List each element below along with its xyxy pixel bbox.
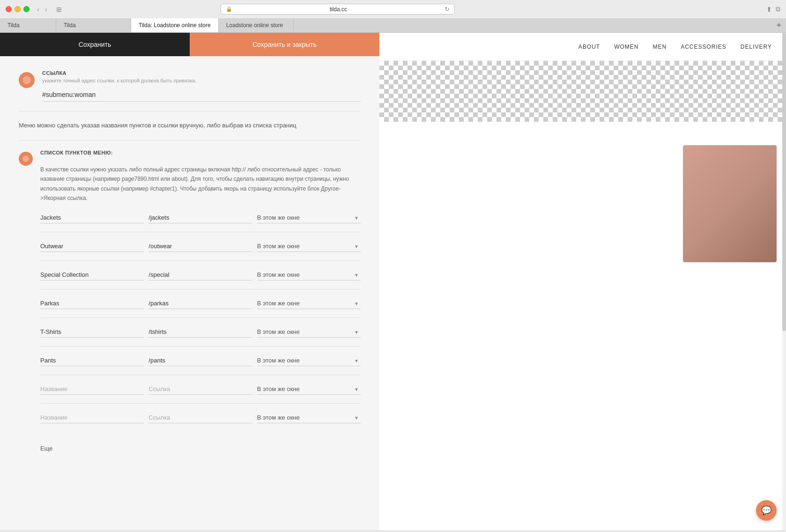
menu-name-input[interactable] — [40, 326, 144, 338]
traffic-lights — [6, 6, 30, 12]
add-tab-button[interactable]: + — [771, 18, 786, 32]
chat-button[interactable]: 💬 — [756, 500, 777, 521]
nav-item-accessories[interactable]: ACCESSORIES — [681, 44, 727, 50]
menu-link-input[interactable] — [148, 241, 252, 252]
browser-actions: ⬆ ⧉ — [766, 5, 780, 13]
fullscreen-traffic-light[interactable] — [23, 6, 30, 12]
tab-loadstone-editor[interactable]: Tilda: Loadstone online store — [131, 18, 219, 32]
nav-item-about[interactable]: ABOUT — [578, 44, 600, 50]
menu-target-select[interactable]: В этом же окне В новом окне — [257, 212, 361, 223]
lock-icon: 🔒 — [226, 6, 232, 12]
divider-2 — [19, 140, 361, 140]
tab-loadstone-store[interactable]: Loadstone online store — [219, 18, 294, 32]
nav-item-women[interactable]: WOMEN — [614, 44, 638, 50]
menu-name-input[interactable] — [40, 355, 144, 366]
menu-list-content: СПИСОК ПУНКТОВ МЕНЮ: В качестве ссылки н… — [40, 150, 361, 453]
more-button[interactable]: Еще — [40, 445, 52, 452]
menu-target-wrapper: В этом же окне В новом окне ▼ — [257, 384, 361, 395]
menu-row: В этом же окне В новом окне ▼ — [40, 298, 361, 318]
menu-name-input[interactable] — [40, 384, 144, 395]
preview-product-image — [683, 145, 777, 262]
tab-tilda-1[interactable]: Tilda — [0, 18, 56, 32]
menu-target-wrapper: В этом же окне В новом окне ▼ — [257, 298, 361, 309]
menu-name-input[interactable] — [40, 412, 144, 423]
save-close-button[interactable]: Сохранить и закрыть — [190, 33, 379, 56]
menu-row: В этом же окне В новом окне ▼ — [40, 355, 361, 375]
menu-target-wrapper: В этом же окне В новом окне ▼ — [257, 412, 361, 423]
menu-target-wrapper: В этом же окне В новом окне ▼ — [257, 355, 361, 366]
menu-target-select[interactable]: В этом же окне В новом окне — [257, 355, 361, 366]
menu-target-select[interactable]: В этом же окне В новом окне — [257, 384, 361, 394]
menu-target-wrapper: В этом же окне В новом окне ▼ — [257, 269, 361, 281]
nav-item-delivery[interactable]: DELIVERY — [741, 44, 772, 50]
preview-checkered — [379, 61, 786, 122]
menu-name-input[interactable] — [40, 298, 144, 309]
instruction-text: В качестве ссылки нужно указать либо пол… — [40, 165, 361, 203]
menu-link-input[interactable] — [148, 212, 252, 223]
nav-item-men[interactable]: MEN — [653, 44, 667, 50]
menu-name-input[interactable] — [40, 269, 144, 281]
close-traffic-light[interactable] — [6, 6, 12, 12]
info-text: Меню можно сделать указав названия пункт… — [19, 121, 361, 131]
link-input[interactable] — [42, 88, 361, 102]
menu-link-input[interactable] — [148, 298, 252, 309]
link-section: ССЫЛКА укажите точный адрес ссылки, к ко… — [19, 70, 361, 102]
save-button[interactable]: Сохранить — [0, 33, 190, 56]
tabs-bar: Tilda Tilda Tilda: Loadstone online stor… — [0, 18, 786, 32]
nav-arrows: ‹ › — [35, 5, 49, 14]
scrollbar[interactable] — [782, 33, 786, 530]
menu-list-label: СПИСОК ПУНКТОВ МЕНЮ: — [40, 150, 361, 155]
preview-nav: ABOUT WOMEN MEN ACCESSORIES DELIVERY — [379, 33, 786, 61]
menu-link-input[interactable] — [148, 326, 252, 338]
titlebar: ‹ › ⊞ 🔒 tilda.cc ↻ ⬆ ⧉ — [0, 0, 786, 18]
main-layout: Сохранить Сохранить и закрыть ССЫЛКА ука… — [0, 33, 786, 530]
share-button[interactable]: ⬆ — [766, 5, 772, 13]
menu-target-wrapper: В этом же окне В новом окне ▼ — [257, 326, 361, 338]
menu-row: В этом же окне В новом окне ▼ — [40, 241, 361, 261]
menu-name-input[interactable] — [40, 241, 144, 252]
link-hint: укажите точный адрес ссылки, к которой д… — [42, 78, 361, 83]
menu-row: В этом же окне В новом окне ▼ — [40, 269, 361, 289]
menu-row: В этом же окне В новом окне ▼ — [40, 412, 361, 432]
menu-target-select[interactable]: В этом же окне В новом окне — [257, 326, 361, 337]
menu-name-input[interactable] — [40, 212, 144, 223]
menu-items: В этом же окне В новом окне ▼ — [40, 212, 361, 432]
menu-target-wrapper: В этом же окне В новом окне ▼ — [257, 212, 361, 223]
link-icon-circle — [19, 72, 35, 88]
link-label: ССЫЛКА — [42, 70, 361, 76]
new-tab-button[interactable]: ⧉ — [776, 5, 780, 13]
chat-icon: 💬 — [761, 505, 771, 516]
editor-toolbar: Сохранить Сохранить и закрыть — [0, 33, 379, 56]
back-button[interactable]: ‹ — [35, 5, 41, 14]
menu-target-select[interactable]: В этом же окне В новом окне — [257, 298, 361, 309]
refresh-button[interactable]: ↻ — [445, 6, 450, 13]
minimize-traffic-light[interactable] — [15, 6, 21, 12]
editor-content: ССЫЛКА укажите точный адрес ссылки, к ко… — [0, 56, 379, 476]
menu-link-input[interactable] — [148, 384, 252, 395]
editor-panel: Сохранить Сохранить и закрыть ССЫЛКА ука… — [0, 33, 379, 530]
tab-tilda-2[interactable]: Tilda — [56, 18, 131, 32]
menu-icon-circle — [19, 152, 33, 166]
menu-link-input[interactable] — [148, 269, 252, 281]
menu-row: В этом же окне В новом окне ▼ — [40, 326, 361, 347]
menu-target-select[interactable]: В этом же окне В новом окне — [257, 241, 361, 251]
menu-row: В этом же окне В новом окне ▼ — [40, 212, 361, 232]
address-bar[interactable]: 🔒 tilda.cc ↻ — [221, 4, 455, 15]
browser-chrome: ‹ › ⊞ 🔒 tilda.cc ↻ ⬆ ⧉ Tilda Tilda Tilda… — [0, 0, 786, 33]
menu-list-section: СПИСОК ПУНКТОВ МЕНЮ: В качестве ссылки н… — [19, 150, 361, 453]
link-field-group: ССЫЛКА укажите точный адрес ссылки, к ко… — [42, 70, 361, 102]
menu-target-wrapper: В этом же окне В новом окне ▼ — [257, 241, 361, 252]
menu-link-input[interactable] — [148, 412, 252, 423]
forward-button[interactable]: › — [43, 5, 49, 14]
preview-body — [379, 122, 786, 262]
layout-button[interactable]: ⊞ — [56, 6, 62, 13]
menu-row: В этом же окне В новом окне ▼ — [40, 384, 361, 404]
divider-1 — [19, 111, 361, 111]
menu-target-select[interactable]: В этом же окне В новом окне — [257, 269, 361, 280]
menu-target-select[interactable]: В этом же окне В новом окне — [257, 412, 361, 423]
preview-panel: ABOUT WOMEN MEN ACCESSORIES DELIVERY 💬 — [379, 33, 786, 530]
url-text: tilda.cc — [235, 6, 442, 13]
menu-link-input[interactable] — [148, 355, 252, 366]
